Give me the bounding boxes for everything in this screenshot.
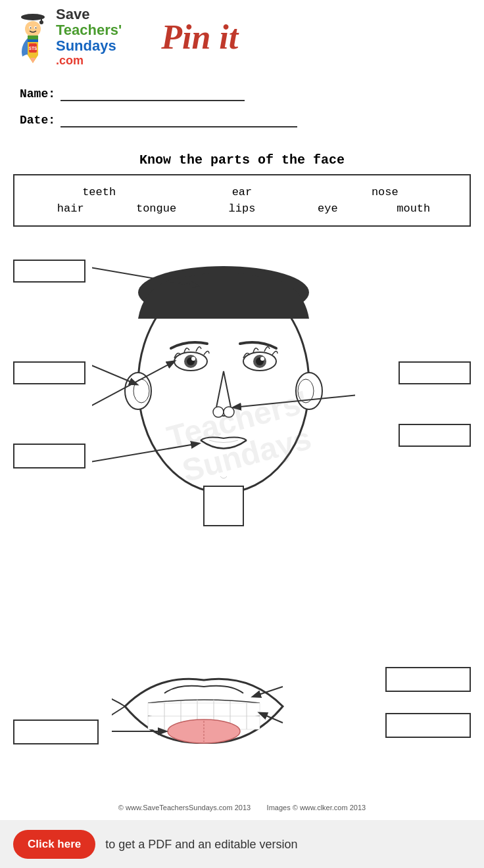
- date-input-line[interactable]: [60, 113, 297, 127]
- logo-area: STS Save Teachers' Sundays .com: [13, 7, 122, 67]
- answer-box-eye[interactable]: [13, 444, 85, 468]
- word-eye: eye: [301, 202, 354, 215]
- answer-box-ear[interactable]: [13, 361, 85, 384]
- date-field: Date:: [20, 113, 464, 127]
- word-bank-row-2: hair tongue lips eye mouth: [28, 202, 456, 215]
- pin-it-text: Pin it: [161, 18, 238, 57]
- svg-marker-13: [30, 58, 36, 63]
- logo-icon: STS: [13, 11, 53, 63]
- svg-point-32: [224, 407, 234, 417]
- word-mouth: mouth: [387, 202, 440, 215]
- word-bank-row-1: teeth ear nose: [28, 186, 456, 198]
- word-teeth: teeth: [73, 186, 126, 198]
- form-section: Name: Date:: [0, 74, 484, 146]
- copyright-right: Images © www.clker.com 2013: [267, 804, 366, 811]
- svg-line-34: [92, 361, 137, 384]
- face-illustration: [92, 233, 355, 549]
- worksheet-title: Know the parts of the face: [0, 152, 484, 168]
- answer-box-tongue[interactable]: [13, 720, 99, 744]
- answer-box-nose[interactable]: [399, 361, 471, 384]
- logo-com: .com: [56, 55, 122, 68]
- answer-box-teeth[interactable]: [385, 713, 471, 738]
- mouth-diagram-area: [7, 647, 477, 798]
- svg-rect-17: [204, 486, 243, 526]
- bottom-description: to get a PDF and an editable version: [105, 838, 297, 852]
- answer-box-hair[interactable]: [13, 260, 85, 283]
- logo-text: Save Teachers' Sundays .com: [56, 7, 122, 67]
- word-bank: teeth ear nose hair tongue lips eye mout…: [13, 174, 471, 227]
- bottom-bar: Click here to get a PDF and an editable …: [0, 820, 484, 868]
- svg-point-3: [39, 20, 43, 24]
- header: STS Save Teachers' Sundays .com Pin it: [0, 0, 484, 74]
- name-label: Name:: [20, 87, 55, 101]
- logo-save: Save: [56, 7, 122, 22]
- logo-teachers: Teachers': [56, 22, 122, 38]
- date-label: Date:: [20, 114, 55, 127]
- answer-box-lips[interactable]: [385, 667, 471, 692]
- name-field: Name:: [20, 87, 464, 101]
- svg-point-8: [36, 28, 37, 29]
- diagram-container: Teachers'Sundays: [0, 233, 484, 817]
- mouth-illustration: [112, 647, 296, 765]
- svg-text:STS: STS: [29, 46, 37, 51]
- svg-rect-11: [28, 39, 38, 42]
- word-ear: ear: [216, 186, 268, 198]
- word-hair: hair: [44, 202, 97, 215]
- click-here-button[interactable]: Click here: [13, 830, 95, 859]
- svg-point-7: [30, 28, 32, 29]
- copyright-left: © www.SaveTeachersSundays.com 2013: [118, 804, 251, 811]
- svg-point-4: [25, 21, 41, 37]
- svg-rect-10: [28, 35, 38, 39]
- name-input-line[interactable]: [60, 87, 245, 101]
- logo-sundays: Sundays: [56, 38, 122, 54]
- word-lips: lips: [216, 202, 268, 215]
- answer-box-mouth[interactable]: [399, 424, 471, 447]
- word-tongue: tongue: [130, 202, 183, 215]
- svg-point-31: [213, 407, 224, 417]
- svg-point-30: [260, 357, 264, 361]
- word-nose: nose: [358, 186, 411, 198]
- svg-rect-1: [28, 16, 38, 18]
- copyright: © www.SaveTeachersSundays.com 2013 Image…: [0, 798, 484, 817]
- face-diagram-area: Teachers'Sundays: [7, 233, 477, 641]
- svg-point-26: [191, 357, 195, 361]
